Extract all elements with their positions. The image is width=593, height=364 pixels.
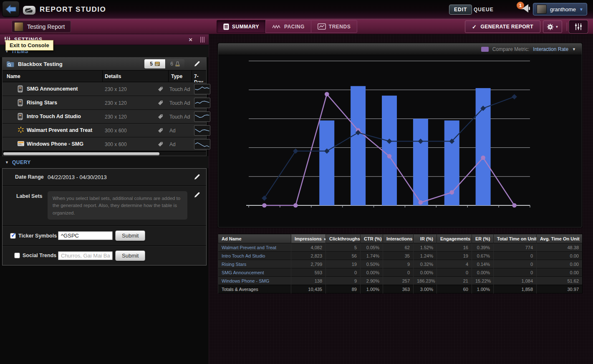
horizontal-scrollbar	[3, 151, 206, 156]
tag-icon	[158, 114, 163, 121]
chevron-down-icon[interactable]: ▼	[572, 47, 576, 51]
scrollbar-thumb[interactable]	[3, 152, 159, 155]
table-row[interactable]: Intro Touch Ad Studio2,823561.74%351.24%…	[218, 252, 583, 260]
tab-trends[interactable]: TRENDS	[311, 20, 357, 33]
ad-name-cell: Windows Phone - SMG	[218, 277, 291, 285]
touch-ad-icon	[18, 99, 23, 108]
value-cell: 774	[494, 243, 537, 252]
settings-dropdown-button[interactable]: ▼	[543, 20, 562, 33]
totals-value-cell: 1.00%	[472, 285, 494, 293]
table-totals-row: Totals & Averages10,435891.00%3633.00%60…	[218, 285, 583, 293]
pencil-icon	[194, 61, 200, 67]
report-title: Testing Report	[27, 23, 65, 30]
ticker-symbols-input[interactable]	[58, 231, 113, 240]
column-header[interactable]: Total Time on Unit	[494, 234, 537, 243]
column-header[interactable]: Clickthroughs	[326, 234, 361, 243]
value-cell: 0.32%	[414, 260, 437, 268]
table-row[interactable]: Rising Stars2,799190.50%90.32%40.14%00.0…	[218, 260, 583, 268]
column-header[interactable]: Avg. Time On Unit	[537, 234, 583, 243]
compare-metric-value[interactable]: Interaction Rate	[533, 46, 568, 52]
tab-label: TRENDS	[329, 24, 351, 30]
sliders-icon	[575, 23, 582, 30]
tag-icon	[158, 141, 163, 149]
totals-label-cell: Totals & Averages	[218, 285, 291, 293]
compare-metric-swatch	[481, 47, 489, 52]
table-row[interactable]: Windows Phone - SMG13892.90%257186.23%21…	[218, 277, 583, 285]
edit-label-sets-button[interactable]	[194, 192, 200, 200]
social-trends-input[interactable]	[58, 251, 113, 260]
list-item[interactable]: Intro Touch Ad Studio 230 x 120 Touch Ad	[3, 110, 206, 124]
social-submit-button[interactable]: Submit	[115, 250, 145, 261]
query-section-toggle[interactable]: ▼ QUERY	[0, 156, 209, 168]
column-header[interactable]: IR (%)	[414, 234, 437, 243]
totals-value-cell: 89	[326, 285, 361, 293]
value-cell: 4	[437, 260, 472, 268]
value-cell: 0	[326, 268, 361, 277]
touch-ad-icon	[18, 85, 23, 94]
edit-date-range-button[interactable]	[194, 174, 200, 182]
queue-button[interactable]: QUEUE	[474, 7, 494, 13]
value-cell: 1,084	[494, 277, 537, 285]
date-range-value: 04/22/2013 - 04/30/2013	[48, 174, 107, 180]
compare-metric-label: Compare Metric:	[492, 46, 530, 52]
totals-value-cell: 1.00%	[361, 285, 383, 293]
item-count-toggle: 5 6	[144, 59, 184, 68]
label-sets-hint: When you select label sets, additional c…	[48, 191, 187, 220]
trends-chart-icon	[318, 23, 326, 30]
pencil-icon	[194, 192, 200, 198]
column-header[interactable]: Impressions▼	[291, 234, 326, 243]
column-header[interactable]: ER (%)	[472, 234, 494, 243]
list-item[interactable]: Walmart Prevent and Treat 300 x 600 Ad	[3, 124, 206, 137]
report-thumbnail	[14, 22, 23, 31]
totals-value-cell: 3.00%	[414, 285, 437, 293]
column-header[interactable]: CTR (%)	[361, 234, 383, 243]
toggle-settings-panel-button[interactable]	[569, 20, 588, 33]
items-column-header: Name Details Type 7-Day A	[3, 70, 206, 82]
value-cell: 56	[326, 252, 361, 260]
value-cell: 19	[437, 252, 472, 260]
report-group-row[interactable]: Blackbox Testing 5 6	[3, 58, 206, 70]
touch-ad-icon	[18, 113, 23, 122]
column-header[interactable]: Ad Name	[218, 234, 291, 243]
social-trends-checkbox[interactable]: ✓	[14, 253, 20, 258]
report-title-button[interactable]: Testing Report	[12, 20, 71, 33]
settings-panel: SETTINGS × ▼ ITEMS Blackbox Testing 5	[0, 34, 209, 364]
value-cell: 0.14%	[472, 260, 494, 268]
generate-report-button[interactable]: ✓ GENERATE REPORT	[465, 20, 540, 33]
value-cell: 21	[437, 277, 472, 285]
tab-summary[interactable]: SUMMARY	[217, 20, 265, 33]
items-list: SMG Announcement 230 x 120 Touch Ad Risi…	[3, 82, 206, 151]
totals-value-cell: 30.97	[537, 285, 583, 293]
totals-value-cell: 10,435	[291, 285, 326, 293]
query-panel: Date Range 04/22/2013 - 04/30/2013 Label…	[2, 168, 207, 265]
close-icon[interactable]: ×	[189, 36, 192, 43]
drag-handle[interactable]	[200, 37, 204, 43]
top-header: REPORT STUDIO EDIT QUEUE 1 granthome ▼	[0, 0, 593, 19]
list-item[interactable]: Windows Phone - SMG 300 x 600 Ad	[3, 137, 206, 151]
value-cell: 4,082	[291, 243, 326, 252]
list-item[interactable]: Rising Stars 230 x 120 Touch Ad	[3, 96, 206, 110]
tab-pacing[interactable]: PACING	[265, 20, 311, 33]
ad-name-cell: SMG Announcement	[218, 268, 291, 277]
tag-icon	[158, 86, 163, 94]
edit-button[interactable]: EDIT	[449, 5, 472, 15]
table-row[interactable]: SMG Announcement59300.00%00.00%00.00%00.…	[218, 268, 583, 277]
summary-table: Ad NameImpressions▼ClickthroughsCTR (%)I…	[218, 234, 583, 293]
back-button[interactable]	[2, 1, 20, 17]
experiments-count-button[interactable]: 6	[165, 59, 184, 68]
table-row[interactable]: Walmart Prevent and Treat4,08250.05%621.…	[218, 243, 583, 252]
ad-name-cell: Rising Stars	[218, 260, 291, 268]
ticker-symbols-checkbox[interactable]: ✓	[10, 233, 16, 239]
ads-count-button[interactable]: 5	[144, 59, 165, 68]
generate-report-label: GENERATE REPORT	[480, 24, 533, 30]
ticker-symbols-label: Ticker Symbols	[18, 233, 57, 239]
user-menu[interactable]: granthome ▼	[533, 3, 587, 15]
ticker-submit-button[interactable]: Submit	[115, 230, 145, 241]
app-title: REPORT STUDIO	[40, 5, 106, 14]
label-sets-label: Label Sets	[16, 193, 43, 199]
list-item[interactable]: SMG Announcement 230 x 120 Touch Ad	[3, 82, 206, 96]
column-header[interactable]: Interactions	[383, 234, 414, 243]
edit-group-button[interactable]	[194, 61, 200, 69]
value-cell: 1.24%	[414, 252, 437, 260]
column-header[interactable]: Engagements	[437, 234, 472, 243]
